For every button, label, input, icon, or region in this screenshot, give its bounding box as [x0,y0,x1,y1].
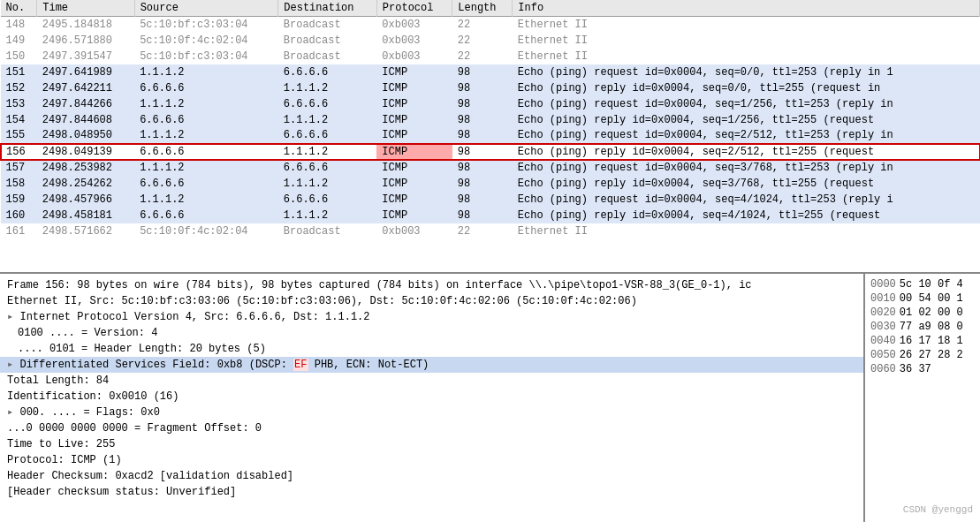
table-row[interactable]: 1522497.6422116.6.6.61.1.1.2ICMP98Echo (… [1,80,980,96]
hex-data: 77 a9 08 0 [900,321,963,333]
hex-data: 26 27 28 2 [900,349,963,361]
hex-data: 00 54 00 1 [900,292,963,305]
table-row[interactable]: 1612498.5716625c:10:0f:4c:02:04Broadcast… [1,223,980,239]
hex-line: 005026 27 28 2 [870,348,975,362]
detail-line: ▸ Internet Protocol Version 4, Src: 6.6.… [0,309,863,325]
hex-lines-container: 00005c 10 0f 4001000 54 00 1002001 02 00… [870,277,975,376]
hex-offset: 0040 [870,335,896,347]
col-source: Source [134,0,278,17]
dscp-ef-highlight: EF [293,359,308,371]
table-row[interactable]: 1492496.5718805c:10:0f:4c:02:04Broadcast… [1,33,980,49]
table-header-row: No. Time Source Destination Protocol Len… [1,0,980,17]
hex-data: 16 17 18 1 [900,335,963,347]
col-info: Info [513,0,980,17]
table-row[interactable]: 1542497.8446086.6.6.61.1.1.2ICMP98Echo (… [1,112,980,128]
hex-line: 001000 54 00 1 [870,291,975,306]
expand-arrow-icon[interactable]: ▸ [7,406,19,419]
table-row[interactable]: 1602498.4581816.6.6.61.1.1.2ICMP98Echo (… [1,208,980,223]
hex-line: 002001 02 00 0 [870,306,975,320]
col-time: Time [37,0,134,17]
hex-data: 01 02 00 0 [900,306,963,319]
detail-pane: Frame 156: 98 bytes on wire (784 bits), … [0,274,865,522]
hex-line: 004016 17 18 1 [870,334,975,348]
detail-line: 0100 .... = Version: 4 [0,325,863,341]
bottom-pane: Frame 156: 98 bytes on wire (784 bits), … [0,274,980,522]
col-no: No. [1,0,37,17]
detail-line: [Header checksum status: Unverified] [0,484,863,500]
detail-line: ▸ Differentiated Services Field: 0xb8 (D… [0,357,863,373]
detail-line: Time to Live: 255 [0,436,863,452]
table-row[interactable]: 1482495.1848185c:10:bf:c3:03:04Broadcast… [1,17,980,33]
detail-line: Ethernet II, Src: 5c:10:bf:c3:03:06 (5c:… [0,293,863,309]
detail-line: Protocol: ICMP (1) [0,452,863,468]
hex-offset: 0060 [870,363,896,375]
hex-offset: 0000 [870,278,896,291]
table-row[interactable]: 1512497.6419891.1.1.26.6.6.6ICMP98Echo (… [1,64,980,80]
detail-line: ▸ 000. .... = Flags: 0x0 [0,405,863,420]
detail-line: .... 0101 = Header Length: 20 bytes (5) [0,341,863,357]
detail-line: Total Length: 84 [0,373,863,389]
col-protocol: Protocol [376,0,452,17]
hex-offset: 0030 [870,321,896,333]
table-row[interactable]: 1562498.0491396.6.6.61.1.1.2ICMP98Echo (… [1,144,980,160]
packet-table: No. Time Source Destination Protocol Len… [0,0,980,239]
hex-line: 006036 37 [870,362,975,376]
col-length: Length [452,0,513,17]
col-destination: Destination [278,0,377,17]
detail-line: Identification: 0x0010 (16) [0,389,863,405]
hex-data: 5c 10 0f 4 [900,278,963,291]
hex-offset: 0050 [870,349,896,361]
hex-data: 36 37 [900,363,931,375]
hex-offset: 0020 [870,306,896,319]
expand-arrow-icon[interactable]: ▸ [7,311,19,323]
packet-list-pane: No. Time Source Destination Protocol Len… [0,0,980,274]
hex-pane: 00005c 10 0f 4001000 54 00 1002001 02 00… [865,274,980,522]
table-row[interactable]: 1592498.4579661.1.1.26.6.6.6ICMP98Echo (… [1,192,980,208]
hex-offset: 0010 [870,292,896,305]
hex-line: 00005c 10 0f 4 [870,277,975,291]
table-row[interactable]: 1532497.8442661.1.1.26.6.6.6ICMP98Echo (… [1,96,980,112]
table-row[interactable]: 1572498.2539821.1.1.26.6.6.6ICMP98Echo (… [1,160,980,176]
table-row[interactable]: 1552498.0489501.1.1.26.6.6.6ICMP98Echo (… [1,128,980,144]
table-row[interactable]: 1582498.2542626.6.6.61.1.1.2ICMP98Echo (… [1,176,980,192]
detail-line: ...0 0000 0000 0000 = Fragment Offset: 0 [0,420,863,436]
detail-lines-container: Frame 156: 98 bytes on wire (784 bits), … [0,277,863,500]
detail-line: Frame 156: 98 bytes on wire (784 bits), … [0,277,863,293]
detail-line: Header Checksum: 0xacd2 [validation disa… [0,468,863,484]
packet-tbody: 1482495.1848185c:10:bf:c3:03:04Broadcast… [1,17,980,239]
hex-line: 003077 a9 08 0 [870,320,975,334]
watermark-label: CSDN @yenggd [903,504,973,515]
table-row[interactable]: 1502497.3915475c:10:bf:c3:03:04Broadcast… [1,49,980,64]
expand-arrow-icon[interactable]: ▸ [7,359,19,371]
